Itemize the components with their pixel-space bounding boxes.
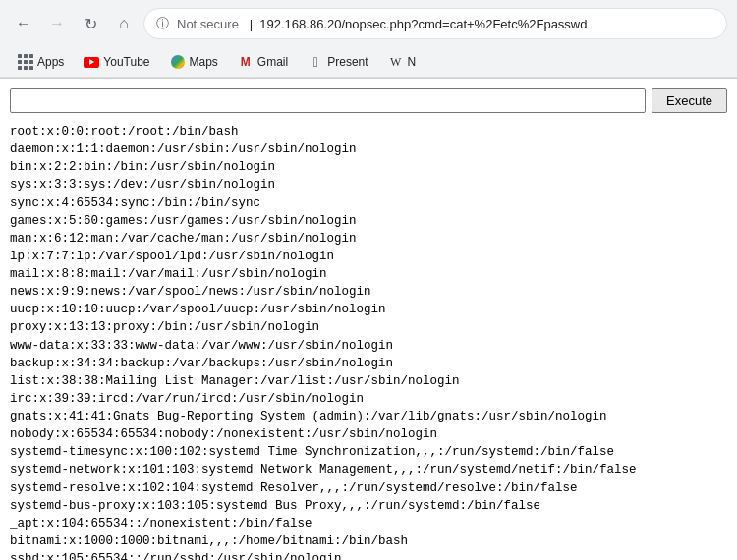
address-text: Not secure | 192.168.86.20/nopsec.php?cm… (177, 17, 587, 31)
back-button[interactable]: ← (10, 10, 37, 37)
page-content: Execute root:x:0:0:root:/root:/bin/bash … (0, 79, 737, 560)
maps-favicon-icon (170, 54, 186, 70)
execute-button[interactable]: Execute (652, 88, 727, 113)
apps-favicon-icon (18, 54, 33, 70)
gmail-icon: M (241, 55, 251, 69)
bookmark-youtube-label: YouTube (103, 55, 149, 69)
reload-button[interactable]: ↻ (77, 10, 104, 37)
github-icon:  (313, 54, 318, 70)
github-favicon-icon:  (308, 54, 323, 70)
youtube-icon (84, 57, 99, 68)
bookmark-apps[interactable]: Apps (10, 51, 72, 73)
security-icon: ⓘ (156, 15, 169, 32)
bookmark-wikipedia[interactable]: W N (380, 51, 425, 73)
command-input[interactable] (10, 88, 646, 113)
bookmark-gmail[interactable]: M Gmail (230, 51, 296, 73)
bookmark-apps-label: Apps (37, 55, 64, 69)
bookmark-gmail-label: Gmail (257, 55, 288, 69)
bookmark-youtube[interactable]: YouTube (76, 51, 157, 73)
wikipedia-favicon-icon: W (388, 54, 404, 70)
forward-button[interactable]: → (43, 10, 71, 37)
maps-icon (171, 55, 185, 69)
terminal-output: root:x:0:0:root:/root:/bin/bash daemon:x… (10, 123, 727, 560)
home-button[interactable]: ⌂ (110, 10, 138, 37)
bookmarks-bar: Apps YouTube Maps M Gmail  (0, 47, 737, 78)
not-secure-label: Not secure (177, 17, 239, 31)
gmail-favicon-icon: M (238, 54, 254, 70)
youtube-favicon-icon (84, 54, 99, 70)
bookmark-present[interactable]:  Present (300, 51, 375, 73)
bookmark-present-label: Present (327, 55, 368, 69)
url-display: 192.168.86.20/nopsec.php?cmd=cat+%2Fetc%… (259, 17, 587, 31)
apps-grid-icon (18, 54, 34, 71)
address-bar[interactable]: ⓘ Not secure | 192.168.86.20/nopsec.php?… (143, 8, 727, 39)
bookmark-wikipedia-label: N (408, 55, 417, 69)
browser-chrome: ← → ↻ ⌂ ⓘ Not secure | 192.168.86.20/nop… (0, 0, 737, 79)
bookmark-maps-label: Maps (190, 55, 218, 69)
nav-bar: ← → ↻ ⌂ ⓘ Not secure | 192.168.86.20/nop… (0, 0, 737, 47)
url-input-row: Execute (10, 88, 727, 113)
wikipedia-icon: W (390, 55, 401, 70)
bookmark-maps[interactable]: Maps (162, 51, 226, 73)
